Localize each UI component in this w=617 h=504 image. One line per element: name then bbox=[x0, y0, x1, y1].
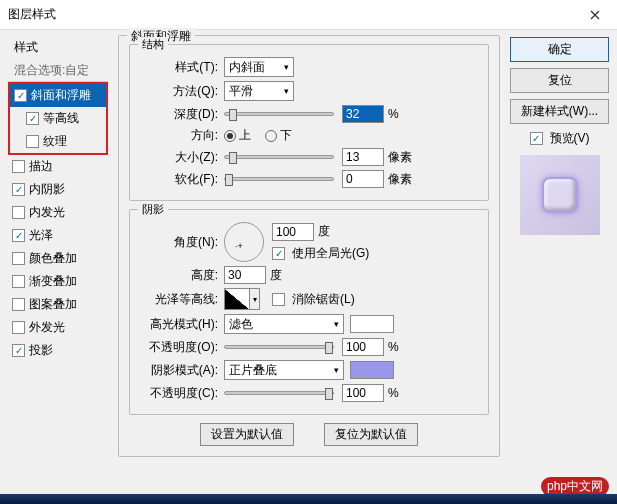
unit-label: % bbox=[388, 386, 399, 400]
shadow-subgroup: 阴影 角度(N): ·+ 100 度 使用全局光(G) 高度: 30 bbox=[129, 209, 489, 415]
checkbox-icon[interactable] bbox=[14, 89, 27, 102]
style-label: 等高线 bbox=[43, 110, 79, 127]
checkbox-icon[interactable] bbox=[26, 112, 39, 125]
blend-options[interactable]: 混合选项:自定 bbox=[8, 60, 108, 82]
style-label: 外发光 bbox=[29, 319, 65, 336]
depth-input[interactable]: 32 bbox=[342, 105, 384, 123]
direction-down-radio[interactable]: 下 bbox=[265, 127, 292, 144]
style-contour[interactable]: 等高线 bbox=[10, 107, 106, 130]
checkbox-icon[interactable] bbox=[12, 229, 25, 242]
close-icon bbox=[590, 10, 600, 20]
style-inner-shadow[interactable]: 内阴影 bbox=[8, 178, 108, 201]
radio-icon bbox=[265, 130, 277, 142]
style-type-label: 样式(T): bbox=[140, 59, 218, 76]
style-label: 光泽 bbox=[29, 227, 53, 244]
checkbox-icon[interactable] bbox=[12, 206, 25, 219]
bevel-group: 斜面和浮雕 结构 样式(T): 内斜面▾ 方法(Q): 平滑▾ 深度(D): 3… bbox=[118, 35, 500, 457]
shadow-color-swatch[interactable] bbox=[350, 361, 394, 379]
style-label: 颜色叠加 bbox=[29, 250, 77, 267]
highlight-opacity-slider[interactable] bbox=[224, 345, 334, 349]
shadow-mode-select[interactable]: 正片叠底▾ bbox=[224, 360, 344, 380]
size-input[interactable]: 13 bbox=[342, 148, 384, 166]
technique-label: 方法(Q): bbox=[140, 83, 218, 100]
angle-label: 角度(N): bbox=[140, 234, 218, 251]
size-label: 大小(Z): bbox=[140, 149, 218, 166]
soften-slider[interactable] bbox=[224, 177, 334, 181]
anti-alias-checkbox[interactable]: 消除锯齿(L) bbox=[272, 291, 355, 308]
altitude-label: 高度: bbox=[140, 267, 218, 284]
reset-default-button[interactable]: 复位为默认值 bbox=[324, 423, 418, 446]
new-style-button[interactable]: 新建样式(W)... bbox=[510, 99, 609, 124]
subgroup-title: 阴影 bbox=[138, 202, 168, 217]
checkbox-icon[interactable] bbox=[12, 160, 25, 173]
checkbox-icon[interactable] bbox=[12, 298, 25, 311]
checkbox-icon[interactable] bbox=[26, 135, 39, 148]
style-outer-glow[interactable]: 外发光 bbox=[8, 316, 108, 339]
checkbox-icon[interactable] bbox=[12, 252, 25, 265]
style-label: 斜面和浮雕 bbox=[31, 87, 91, 104]
style-type-select[interactable]: 内斜面▾ bbox=[224, 57, 294, 77]
ok-button[interactable]: 确定 bbox=[510, 37, 609, 62]
shadow-opacity-slider[interactable] bbox=[224, 391, 334, 395]
checkbox-icon bbox=[530, 132, 543, 145]
checkbox-icon[interactable] bbox=[12, 183, 25, 196]
chevron-down-icon: ▾ bbox=[284, 86, 289, 96]
angle-input[interactable]: 100 bbox=[272, 223, 314, 241]
style-satin[interactable]: 光泽 bbox=[8, 224, 108, 247]
style-label: 内阴影 bbox=[29, 181, 65, 198]
checkbox-icon[interactable] bbox=[12, 275, 25, 288]
style-bevel-emboss[interactable]: 斜面和浮雕 bbox=[10, 84, 106, 107]
technique-select[interactable]: 平滑▾ bbox=[224, 81, 294, 101]
preview-thumbnail bbox=[520, 155, 600, 235]
structure-subgroup: 结构 样式(T): 内斜面▾ 方法(Q): 平滑▾ 深度(D): 32 % 方向… bbox=[129, 44, 489, 201]
highlight-annotation: 斜面和浮雕 等高线 纹理 bbox=[8, 82, 108, 155]
style-inner-glow[interactable]: 内发光 bbox=[8, 201, 108, 224]
size-slider[interactable] bbox=[224, 155, 334, 159]
depth-label: 深度(D): bbox=[140, 106, 218, 123]
style-label: 纹理 bbox=[43, 133, 67, 150]
style-gradient-overlay[interactable]: 渐变叠加 bbox=[8, 270, 108, 293]
direction-label: 方向: bbox=[140, 127, 218, 144]
unit-label: 度 bbox=[270, 267, 282, 284]
make-default-button[interactable]: 设置为默认值 bbox=[200, 423, 294, 446]
soften-input[interactable]: 0 bbox=[342, 170, 384, 188]
checkbox-icon bbox=[272, 247, 285, 260]
style-label: 内发光 bbox=[29, 204, 65, 221]
direction-up-radio[interactable]: 上 bbox=[224, 127, 251, 144]
style-label: 描边 bbox=[29, 158, 53, 175]
style-color-overlay[interactable]: 颜色叠加 bbox=[8, 247, 108, 270]
gloss-contour-swatch[interactable] bbox=[224, 288, 250, 310]
preview-checkbox[interactable]: 预览(V) bbox=[530, 130, 590, 147]
contour-dropdown[interactable]: ▾ bbox=[250, 288, 260, 310]
checkbox-icon bbox=[272, 293, 285, 306]
altitude-input[interactable]: 30 bbox=[224, 266, 266, 284]
angle-dial[interactable]: ·+ bbox=[224, 222, 264, 262]
style-drop-shadow[interactable]: 投影 bbox=[8, 339, 108, 362]
style-label: 渐变叠加 bbox=[29, 273, 77, 290]
styles-header: 样式 bbox=[8, 35, 108, 60]
chevron-down-icon: ▾ bbox=[334, 365, 339, 375]
style-texture[interactable]: 纹理 bbox=[10, 130, 106, 153]
subgroup-title: 结构 bbox=[138, 37, 168, 52]
taskbar bbox=[0, 494, 617, 504]
settings-panel: 斜面和浮雕 结构 样式(T): 内斜面▾ 方法(Q): 平滑▾ 深度(D): 3… bbox=[114, 35, 504, 485]
highlight-mode-select[interactable]: 滤色▾ bbox=[224, 314, 344, 334]
style-pattern-overlay[interactable]: 图案叠加 bbox=[8, 293, 108, 316]
cancel-button[interactable]: 复位 bbox=[510, 68, 609, 93]
highlight-opacity-input[interactable]: 100 bbox=[342, 338, 384, 356]
close-button[interactable] bbox=[572, 0, 617, 30]
unit-label: 像素 bbox=[388, 149, 412, 166]
depth-slider[interactable] bbox=[224, 112, 334, 116]
checkbox-icon[interactable] bbox=[12, 321, 25, 334]
checkbox-icon[interactable] bbox=[12, 344, 25, 357]
style-list-panel: 样式 混合选项:自定 斜面和浮雕 等高线 纹理 描边 内阴影 内发光 光泽 颜色… bbox=[8, 35, 108, 485]
highlight-mode-label: 高光模式(H): bbox=[140, 316, 218, 333]
highlight-color-swatch[interactable] bbox=[350, 315, 394, 333]
shadow-opacity-label: 不透明度(C): bbox=[140, 385, 218, 402]
action-panel: 确定 复位 新建样式(W)... 预览(V) bbox=[504, 35, 609, 485]
unit-label: % bbox=[388, 107, 399, 121]
shadow-opacity-input[interactable]: 100 bbox=[342, 384, 384, 402]
soften-label: 软化(F): bbox=[140, 171, 218, 188]
style-stroke[interactable]: 描边 bbox=[8, 155, 108, 178]
global-light-checkbox[interactable]: 使用全局光(G) bbox=[272, 245, 369, 262]
